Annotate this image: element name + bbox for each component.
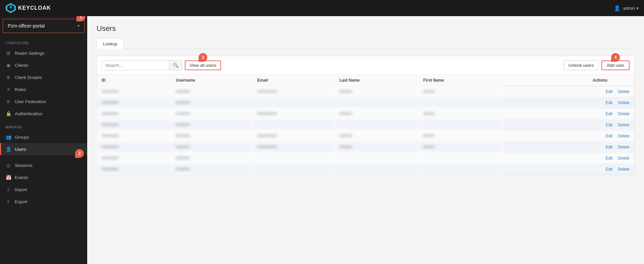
table-row: ••••••••••••••••••••••••••••••••••••••••… xyxy=(97,142,634,153)
sidebar-item-groups[interactable]: 👥 Groups xyxy=(0,131,87,143)
users-icon: 👤 xyxy=(5,146,11,152)
delete-button[interactable]: Delete xyxy=(618,100,630,105)
actions-cell: EditDelete xyxy=(508,89,630,94)
sidebar-item-sessions-label: Sessions xyxy=(15,163,33,168)
sidebar-item-roles[interactable]: ≡ Roles xyxy=(0,83,87,95)
delete-button[interactable]: Delete xyxy=(618,156,630,161)
table-cell-4 xyxy=(419,164,504,175)
col-header-username: Username xyxy=(171,75,253,86)
table-cell-3 xyxy=(335,97,419,108)
user-dropdown-button[interactable]: admin ▾ xyxy=(623,6,639,11)
actions-cell: EditDelete xyxy=(508,134,630,138)
actions-cell: EditDelete xyxy=(508,100,630,105)
add-user-button[interactable]: Add user xyxy=(601,60,630,70)
sidebar-item-sessions[interactable]: ◎ Sessions xyxy=(0,159,87,171)
sidebar-item-import[interactable]: ⇩ Import xyxy=(0,183,87,195)
edit-button[interactable]: Edit xyxy=(606,100,613,105)
table-cell-2: •••••••••••••• xyxy=(253,142,335,153)
actions-cell: EditDelete xyxy=(508,167,630,172)
table-cell-actions: EditDelete xyxy=(504,164,634,175)
sidebar-item-events[interactable]: 📅 Events xyxy=(0,171,87,183)
col-header-last-name: Last Name xyxy=(335,75,419,86)
sidebar-item-authentication-label: Authentication xyxy=(15,111,42,116)
search-icon: 🔍 xyxy=(173,62,178,68)
table-cell-0: •••••••••••• xyxy=(97,164,171,175)
edit-button[interactable]: Edit xyxy=(606,167,613,172)
table-cell-2: •••••••••••••• xyxy=(253,108,335,120)
sidebar-item-users[interactable]: 👤 Users xyxy=(0,143,87,155)
edit-button[interactable]: Edit xyxy=(606,89,613,94)
navbar-right: 👤 admin ▾ xyxy=(614,5,639,11)
table-cell-1: •••••••••• xyxy=(171,131,253,142)
search-input-wrapper: 🔍 xyxy=(102,60,182,70)
tab-lookup[interactable]: Lookup xyxy=(97,38,124,49)
table-cell-0: •••••••••••• xyxy=(97,120,171,131)
table-cell-3: ••••••••• xyxy=(335,86,419,97)
table-cell-1: •••••••••• xyxy=(171,142,253,153)
tabs-container: Lookup xyxy=(97,38,635,49)
table-cell-3: ••••••••• xyxy=(335,142,419,153)
sessions-icon: ◎ xyxy=(5,163,11,168)
sidebar: Pzm-officer-portal ▾ 1 Configure ⊞ Realm… xyxy=(0,16,87,264)
actions-cell: EditDelete xyxy=(508,156,630,161)
export-icon: ⇧ xyxy=(5,199,11,204)
content-area: Users Lookup 🔍 View all users 3 xyxy=(87,16,644,264)
table-cell-0: •••••••••••• xyxy=(97,97,171,108)
groups-icon: 👥 xyxy=(5,134,11,140)
table-cell-0: •••••••••••• xyxy=(97,86,171,97)
delete-button[interactable]: Delete xyxy=(618,112,630,116)
navbar-left: KEYCLOAK xyxy=(5,3,51,13)
table-cell-4: •••••••• xyxy=(419,142,504,153)
view-all-users-button[interactable]: View all users xyxy=(185,60,221,70)
sidebar-item-clients[interactable]: ◉ Clients xyxy=(0,59,87,71)
table-cell-3: ••••••••• xyxy=(335,108,419,120)
delete-button[interactable]: Delete xyxy=(618,89,630,94)
sidebar-item-realm-settings[interactable]: ⊞ Realm Settings xyxy=(0,47,87,59)
table-cell-actions: EditDelete xyxy=(504,153,634,164)
top-navbar: KEYCLOAK 👤 admin ▾ xyxy=(0,0,644,16)
page-title: Users xyxy=(97,24,635,33)
table-row: ••••••••••••••••••••••EditDelete xyxy=(97,153,634,164)
edit-button[interactable]: Edit xyxy=(606,112,613,116)
sidebar-item-export[interactable]: ⇧ Export xyxy=(0,195,87,208)
realm-selector[interactable]: Pzm-officer-portal ▾ xyxy=(3,19,85,33)
user-federation-icon: ⊜ xyxy=(5,99,11,104)
table-cell-1: •••••••••• xyxy=(171,86,253,97)
table-row: ••••••••••••••••••••••••••••••••••••••••… xyxy=(97,108,634,120)
table-row: ••••••••••••••••••••••EditDelete xyxy=(97,97,634,108)
table-cell-2: •••••••••••••• xyxy=(253,131,335,142)
delete-button[interactable]: Delete xyxy=(618,134,630,138)
sidebar-item-client-scopes-label: Client Scopes xyxy=(15,75,42,80)
sidebar-item-users-label: Users xyxy=(15,147,26,152)
table-cell-0: •••••••••••• xyxy=(97,153,171,164)
delete-button[interactable]: Delete xyxy=(618,145,630,149)
table-cell-4: •••••••• xyxy=(419,108,504,120)
edit-button[interactable]: Edit xyxy=(606,134,613,138)
edit-button[interactable]: Edit xyxy=(606,145,613,149)
unlock-users-button[interactable]: Unlock users xyxy=(564,60,599,70)
import-icon: ⇩ xyxy=(5,187,11,192)
table-cell-actions: EditDelete xyxy=(504,108,634,120)
table-cell-4 xyxy=(419,120,504,131)
keycloak-logo: KEYCLOAK xyxy=(5,3,51,13)
sidebar-item-authentication[interactable]: 🔒 Authentication xyxy=(0,107,87,120)
edit-button[interactable]: Edit xyxy=(606,156,613,161)
manage-section-label: Manage xyxy=(0,120,87,131)
table-cell-actions: EditDelete xyxy=(504,131,634,142)
user-icon-top: 👤 xyxy=(614,5,621,11)
delete-button[interactable]: Delete xyxy=(618,123,630,127)
users-table: ID Username Email Last Name First Name A… xyxy=(97,75,634,175)
keycloak-logo-icon xyxy=(5,3,16,13)
sidebar-item-export-label: Export xyxy=(15,199,28,204)
table-cell-0: •••••••••••• xyxy=(97,108,171,120)
sidebar-item-client-scopes[interactable]: ⊛ Client Scopes xyxy=(0,71,87,83)
search-input[interactable] xyxy=(102,61,169,70)
table-cell-3 xyxy=(335,153,419,164)
dropdown-arrow-icon: ▾ xyxy=(636,6,639,11)
search-button[interactable]: 🔍 xyxy=(169,60,182,70)
events-icon: 📅 xyxy=(5,175,11,180)
sidebar-item-user-federation[interactable]: ⊜ User Federation xyxy=(0,95,87,107)
edit-button[interactable]: Edit xyxy=(606,123,613,127)
delete-button[interactable]: Delete xyxy=(618,167,630,172)
col-header-first-name: First Name xyxy=(419,75,504,86)
